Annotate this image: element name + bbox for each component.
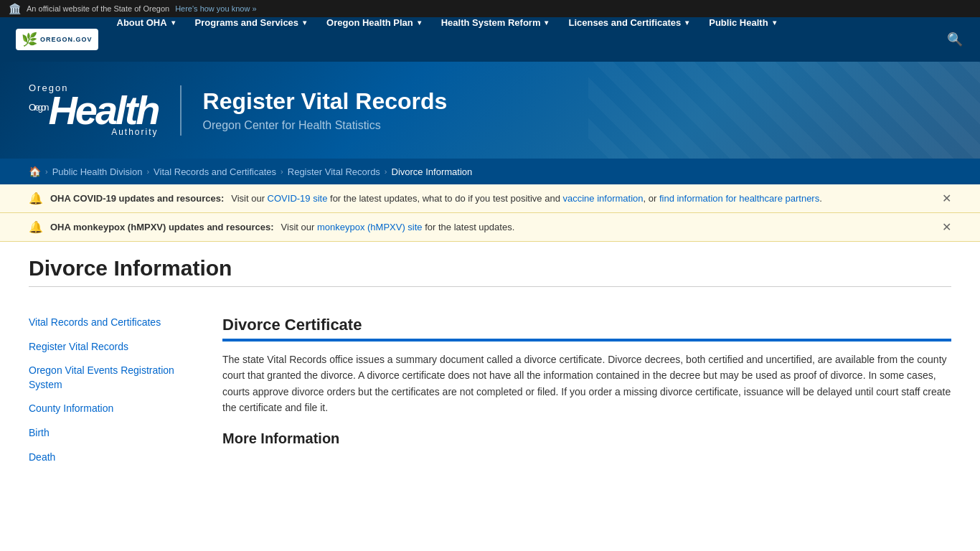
- chevron-down-icon: ▾: [685, 19, 689, 27]
- covid-alert-title: OHA COVID-19 updates and resources:: [50, 193, 224, 204]
- chevron-down-icon: ▾: [303, 19, 306, 27]
- nav-item-about[interactable]: About OHA ▾: [107, 17, 185, 62]
- breadcrumb-current: Divorce Information: [392, 166, 473, 177]
- sidebar-link-1[interactable]: Register Vital Records: [29, 340, 201, 354]
- official-text: An official website of the State of Oreg…: [27, 4, 169, 13]
- nav-item-hsr[interactable]: Health System Reform ▾: [431, 17, 559, 62]
- main-content: Vital Records and Certificates Register …: [0, 294, 980, 489]
- divorce-certificate-title: Divorce Certificate: [222, 316, 951, 334]
- leaf-icon: 🌿: [22, 32, 37, 47]
- chevron-down-icon: ▾: [418, 19, 421, 27]
- logo-text: OREGON.GOV: [40, 36, 93, 43]
- breadcrumb-sep-0: ›: [45, 167, 48, 176]
- sidebar-link-0[interactable]: Vital Records and Certificates: [29, 316, 201, 330]
- sidebar-link-5[interactable]: Death: [29, 451, 201, 465]
- covid-alert-banner: 🔔 OHA COVID-19 updates and resources: Vi…: [0, 184, 980, 213]
- monkeypox-alert-title: OHA monkeypox (hMPXV) updates and resour…: [50, 222, 274, 232]
- content-area: Divorce Certificate The state Vital Reco…: [222, 309, 951, 474]
- sidebar-item-3: County Information: [29, 402, 201, 416]
- hero-subtitle: Oregon Center for Health Statistics: [203, 119, 448, 132]
- main-nav: 🌿 OREGON.GOV About OHA ▾ Programs and Se…: [0, 17, 980, 62]
- sidebar-nav: Vital Records and Certificates Register …: [29, 316, 201, 464]
- section-title-bar: [222, 339, 951, 342]
- hero-title: Register Vital Records: [203, 88, 448, 115]
- chevron-down-icon: ▾: [171, 19, 175, 27]
- sidebar-item-5: Death: [29, 451, 201, 465]
- vaccine-info-link[interactable]: vaccine information: [563, 193, 644, 204]
- how-you-know-link[interactable]: Here's how you know »: [175, 4, 256, 13]
- sidebar-item-1: Register Vital Records: [29, 340, 201, 354]
- sidebar-item-4: Birth: [29, 426, 201, 441]
- nav-item-licenses[interactable]: Licenses and Certificates ▾: [558, 17, 699, 62]
- hero-logo: Oregon OregonHealth Authority: [29, 83, 159, 137]
- breadcrumb: 🏠 › Public Health Division › Vital Recor…: [0, 159, 980, 184]
- sidebar-link-3[interactable]: County Information: [29, 402, 201, 416]
- breadcrumb-link-1[interactable]: Vital Records and Certificates: [154, 166, 276, 177]
- monkeypox-site-link[interactable]: monkeypox (hMPXV) site: [317, 222, 423, 232]
- chevron-down-icon: ▾: [545, 19, 548, 27]
- nav-items-list: About OHA ▾ Programs and Services ▾ Oreg…: [107, 17, 937, 62]
- more-info-title: More Information: [222, 430, 951, 447]
- healthcare-partners-link[interactable]: find information for healthcare partners: [659, 193, 819, 204]
- nav-logo[interactable]: 🌿 OREGON.GOV: [7, 17, 107, 62]
- search-icon: 🔍: [947, 32, 963, 47]
- chevron-down-icon: ▾: [773, 19, 776, 27]
- monkeypox-alert-banner: 🔔 OHA monkeypox (hMPXV) updates and reso…: [0, 213, 980, 242]
- breadcrumb-sep-3: ›: [385, 167, 387, 176]
- search-button[interactable]: 🔍: [937, 17, 973, 62]
- breadcrumb-sep-1: ›: [146, 167, 149, 176]
- flag-icon: 🏛️: [9, 3, 21, 14]
- breadcrumb-sep-2: ›: [281, 167, 283, 176]
- monkeypox-alert-close[interactable]: ✕: [942, 220, 951, 234]
- sidebar-item-2: Oregon Vital Events Registration System: [29, 364, 201, 392]
- covid-alert-close[interactable]: ✕: [942, 192, 951, 205]
- page-heading-area: Divorce Information: [0, 242, 980, 294]
- sidebar-item-0: Vital Records and Certificates: [29, 316, 201, 330]
- hero-titles: Register Vital Records Oregon Center for…: [203, 88, 448, 132]
- sidebar-link-4[interactable]: Birth: [29, 426, 201, 441]
- alert-icon-monkeypox: 🔔: [29, 220, 43, 234]
- sidebar: Vital Records and Certificates Register …: [29, 309, 201, 474]
- home-icon[interactable]: 🏠: [29, 166, 41, 177]
- hero-logo-health: OregonHealth: [29, 93, 159, 128]
- hero-banner: Oregon OregonHealth Authority Register V…: [0, 62, 980, 159]
- divorce-certificate-body: The state Vital Records office issues a …: [222, 352, 951, 416]
- top-banner: 🏛️ An official website of the State of O…: [0, 0, 980, 17]
- nav-item-programs[interactable]: Programs and Services ▾: [185, 17, 317, 62]
- nav-item-public-health[interactable]: Public Health ▾: [699, 17, 786, 62]
- sidebar-link-2[interactable]: Oregon Vital Events Registration System: [29, 364, 201, 392]
- hero-divider: [180, 85, 182, 136]
- page-heading: Divorce Information: [29, 256, 951, 281]
- alert-icon-covid: 🔔: [29, 192, 43, 205]
- breadcrumb-link-0[interactable]: Public Health Division: [52, 166, 143, 177]
- covid-site-link[interactable]: COVID-19 site: [268, 193, 328, 204]
- breadcrumb-link-2[interactable]: Register Vital Records: [288, 166, 380, 177]
- page-heading-divider: [29, 286, 951, 287]
- covid-alert-text: Visit our COVID-19 site for the latest u…: [231, 193, 822, 204]
- nav-item-ohp[interactable]: Oregon Health Plan ▾: [316, 17, 431, 62]
- monkeypox-alert-text: Visit our monkeypox (hMPXV) site for the…: [281, 222, 515, 232]
